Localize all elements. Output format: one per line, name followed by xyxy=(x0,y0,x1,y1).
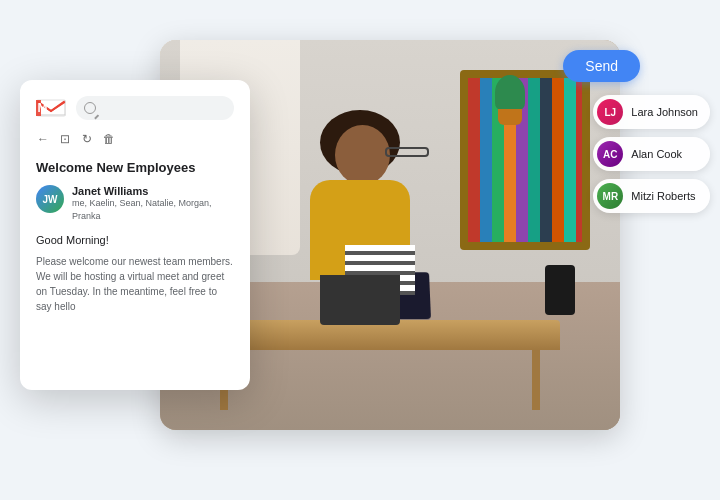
avatar: MR xyxy=(597,183,623,209)
list-item: MR Mitzi Roberts xyxy=(593,179,710,213)
recipient-name: Mitzi Roberts xyxy=(631,190,695,202)
gmail-card: M ← ⊡ ↻ 🗑 Welcome New Employees JW Janet… xyxy=(20,80,250,390)
plant-leaves xyxy=(495,75,525,110)
avatar: LJ xyxy=(597,99,623,125)
recipient-name: Alan Cook xyxy=(631,148,682,160)
sender-name: Janet Williams xyxy=(72,185,234,197)
email-greeting: Good Morning! xyxy=(36,234,234,246)
gmail-search-bar[interactable] xyxy=(76,96,234,120)
email-sender-row: JW Janet Williams me, Kaelin, Sean, Nata… xyxy=(36,185,234,222)
gmail-header: M xyxy=(36,96,234,120)
gmail-logo-icon: M xyxy=(36,97,66,119)
email-body: Please welcome our newest team members. … xyxy=(36,254,234,314)
recipients-panel: LJ Lara Johnson AC Alan Cook MR Mitzi Ro… xyxy=(593,95,710,213)
plant-pot xyxy=(498,109,522,125)
send-button[interactable]: Send xyxy=(563,50,640,82)
back-icon[interactable]: ← xyxy=(36,132,50,146)
gmail-toolbar: ← ⊡ ↻ 🗑 xyxy=(36,132,234,146)
person-body xyxy=(310,180,410,280)
archive-icon[interactable]: ⊡ xyxy=(58,132,72,146)
person xyxy=(290,125,430,325)
list-item: LJ Lara Johnson xyxy=(593,95,710,129)
person-legs xyxy=(320,275,400,325)
refresh-icon[interactable]: ↻ xyxy=(80,132,94,146)
sender-info: Janet Williams me, Kaelin, Sean, Natalie… xyxy=(72,185,234,222)
person-glasses xyxy=(385,147,429,157)
person-head xyxy=(335,125,390,185)
main-scene: M ← ⊡ ↻ 🗑 Welcome New Employees JW Janet… xyxy=(0,0,720,500)
search-icon xyxy=(84,102,96,114)
email-subject: Welcome New Employees xyxy=(36,160,234,175)
list-item: AC Alan Cook xyxy=(593,137,710,171)
svg-text:M: M xyxy=(38,101,48,115)
recipient-name: Lara Johnson xyxy=(631,106,698,118)
avatar: AC xyxy=(597,141,623,167)
speaker xyxy=(545,265,575,315)
plant xyxy=(490,75,530,125)
delete-icon[interactable]: 🗑 xyxy=(102,132,116,146)
sender-recipients: me, Kaelin, Sean, Natalie, Morgan, Prank… xyxy=(72,197,234,222)
sender-avatar: JW xyxy=(36,185,64,213)
